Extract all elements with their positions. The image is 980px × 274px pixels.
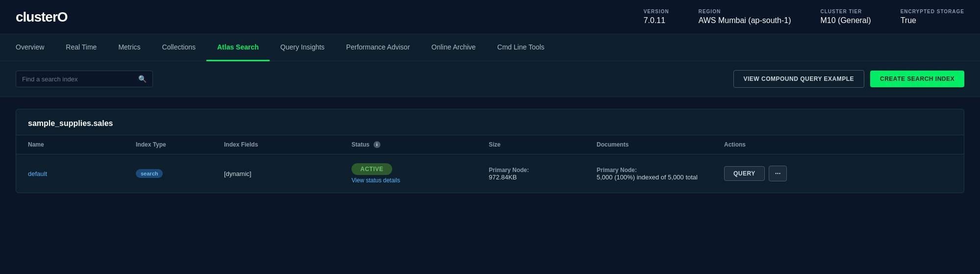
storage-value: True — [901, 16, 964, 25]
version-value: 7.0.11 — [644, 16, 669, 25]
nav-item-query-insights[interactable]: Query Insights — [270, 34, 335, 61]
nav-item-realtime[interactable]: Real Time — [55, 34, 107, 61]
view-compound-button[interactable]: VIEW COMPOUND QUERY EXAMPLE — [733, 70, 865, 88]
size-label: Primary Node: — [489, 167, 597, 174]
size-value: 972.84KB — [489, 174, 597, 181]
cell-index-type: search — [136, 169, 224, 178]
table-header: Name Index Type Index Fields Status i Si… — [16, 135, 964, 154]
nav-item-performance-advisor[interactable]: Performance Advisor — [335, 34, 421, 61]
index-name-link[interactable]: default — [28, 170, 47, 177]
region-info: REGION AWS Mumbai (ap-south-1) — [699, 9, 791, 25]
cell-name: default — [28, 170, 136, 177]
view-status-link[interactable]: View status details — [352, 177, 489, 184]
col-header-index-type: Index Type — [136, 141, 224, 148]
col-header-actions: Actions — [724, 141, 812, 148]
nav-item-metrics[interactable]: Metrics — [107, 34, 151, 61]
create-search-index-button[interactable]: CREATE SEARCH INDEX — [870, 71, 964, 87]
nav-item-online-archive[interactable]: Online Archive — [421, 34, 486, 61]
table-row: default search [dynamic] ACTIVE View sta… — [16, 154, 964, 193]
nav-item-collections[interactable]: Collections — [151, 34, 206, 61]
toolbar-buttons: VIEW COMPOUND QUERY EXAMPLE CREATE SEARC… — [733, 70, 965, 88]
col-header-status: Status i — [352, 141, 489, 148]
cluster-info: VERSION 7.0.11 REGION AWS Mumbai (ap-sou… — [644, 9, 964, 25]
header: clusterO VERSION 7.0.11 REGION AWS Mumba… — [0, 0, 980, 34]
region-label: REGION — [699, 9, 791, 14]
version-label: VERSION — [644, 9, 669, 14]
status-badge: ACTIVE — [352, 163, 392, 175]
cell-index-fields: [dynamic] — [224, 170, 352, 177]
nav-item-overview[interactable]: Overview — [16, 34, 55, 61]
cell-actions: QUERY ··· — [724, 166, 812, 181]
region-value: AWS Mumbai (ap-south-1) — [699, 16, 791, 25]
col-header-name: Name — [28, 141, 136, 148]
index-type-badge: search — [136, 169, 163, 178]
col-header-index-fields: Index Fields — [224, 141, 352, 148]
logo: clusterO — [16, 9, 68, 25]
tier-info: CLUSTER TIER M10 (General) — [820, 9, 871, 25]
version-info: VERSION 7.0.11 — [644, 9, 669, 25]
col-header-size: Size — [489, 141, 597, 148]
cell-size: Primary Node: 972.84KB — [489, 167, 597, 181]
tier-value: M10 (General) — [820, 16, 871, 25]
status-info-icon[interactable]: i — [374, 141, 380, 148]
storage-label: ENCRYPTED STORAGE — [901, 9, 964, 14]
toolbar: 🔍 VIEW COMPOUND QUERY EXAMPLE CREATE SEA… — [0, 61, 980, 97]
nav-item-atlas-search[interactable]: Atlas Search — [206, 34, 270, 61]
main-content: sample_supplies.sales Name Index Type In… — [0, 97, 980, 205]
nav-item-cmd-line-tools[interactable]: Cmd Line Tools — [486, 34, 555, 61]
tier-label: CLUSTER TIER — [820, 9, 871, 14]
nav: Overview Real Time Metrics Collections A… — [0, 34, 980, 61]
documents-value: 5,000 (100%) indexed of 5,000 total — [597, 174, 724, 181]
search-input[interactable] — [22, 75, 134, 83]
search-icon: 🔍 — [138, 75, 147, 83]
storage-info: ENCRYPTED STORAGE True — [901, 9, 964, 25]
documents-label: Primary Node: — [597, 167, 724, 174]
cell-documents: Primary Node: 5,000 (100%) indexed of 5,… — [597, 167, 724, 181]
query-button[interactable]: QUERY — [724, 166, 765, 181]
search-box[interactable]: 🔍 — [16, 71, 153, 87]
index-table-container: sample_supplies.sales Name Index Type In… — [16, 109, 964, 193]
cell-status: ACTIVE View status details — [352, 163, 489, 184]
collection-name: sample_supplies.sales — [16, 109, 964, 135]
col-header-documents: Documents — [597, 141, 724, 148]
more-actions-button[interactable]: ··· — [769, 166, 787, 181]
